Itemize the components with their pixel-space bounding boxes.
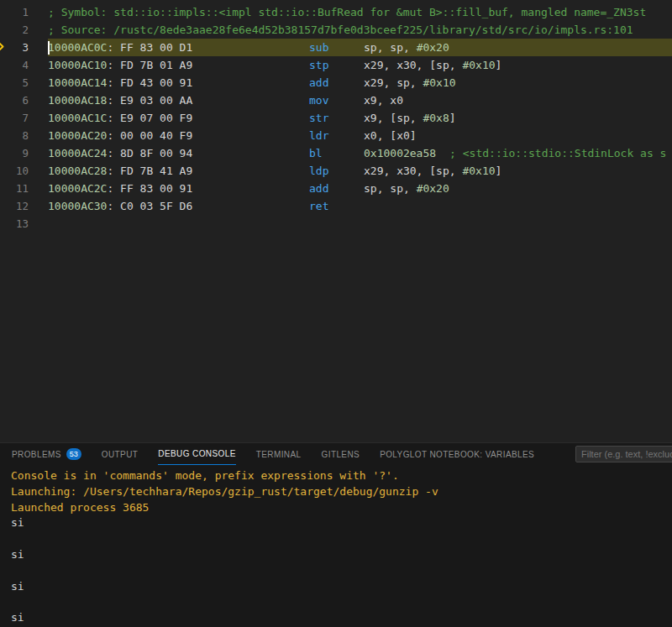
instruction-address: 10000AC2C [48,182,107,195]
address-separator: : [107,200,120,212]
instruction-address: 10000AC14 [48,76,107,89]
line-number[interactable]: 12 [0,197,29,215]
instruction-mnemonic: sub [309,39,328,56]
console-filter-input[interactable] [575,446,672,462]
address-separator: : [107,94,120,107]
address-separator: : [107,129,120,142]
instruction-mnemonic: add [309,74,328,91]
asm-line[interactable]: 9 10000AC24: 8D 8F 00 94bl0x10002ea58; <… [0,144,672,162]
instruction-operands: x29, x30, [sp, #0x10] [364,165,501,177]
immediate-value: #0x8 [423,112,449,124]
instruction-address: 10000AC20 [48,129,107,142]
editor-line[interactable]: 1 ; Symbol: std::io::impls::<impl std::i… [0,3,672,21]
line-content: ; Symbol: std::io::impls::<impl std::io:… [48,3,672,21]
instruction-bytes: E9 03 00 AA [120,94,192,107]
instruction-address: 10000AC18 [48,94,107,107]
instruction-operands: x9, [sp, #0x8] [364,112,456,124]
console-line-text: si [11,516,24,529]
instruction-bytes: 8D 8F 00 94 [120,147,192,159]
instruction-operands: x0, [x0] [364,129,417,142]
line-number[interactable]: 7 [0,109,29,127]
editor-line[interactable]: 2 ; Source: /rustc/8ede3aae28fe6e4d52b38… [0,21,672,39]
instruction-mnemonic: ldp [309,162,328,180]
line-number[interactable]: 1 [0,3,29,21]
instruction-address: 10000AC1C [48,112,107,124]
line-content: 10000AC2C: FF 83 00 91addsp, sp, #0x20 [48,180,672,197]
console-line [11,531,672,547]
line-content: ; Source: /rustc/8ede3aae28fe6e4d52b3815… [48,21,672,39]
line-content: 10000AC18: E9 03 00 AAmovx9, x0 [48,91,672,109]
asm-line[interactable]: 4 10000AC10: FD 7B 01 A9stpx29, x30, [sp… [0,56,672,74]
panel-tab-terminal[interactable]: TERMINAL [256,443,302,465]
console-line [11,594,672,610]
line-content: 10000AC30: C0 03 5F D6ret [48,197,672,215]
panel-tab-label: DEBUG CONSOLE [158,449,235,458]
asm-line[interactable]: 3 10000AC0C: FF 83 00 D1subsp, sp, #0x20 [0,39,672,56]
comment-text: ; Symbol: std::io::impls::<impl std::io:… [48,3,646,21]
panel-tab-gitlens[interactable]: GITLENS [322,443,360,465]
console-line-text: Console is in 'commands' mode, prefix ex… [11,469,399,482]
editor-line[interactable]: 13 [0,215,672,233]
line-number[interactable]: 6 [0,91,29,109]
debug-console-output[interactable]: Console is in 'commands' mode, prefix ex… [0,465,672,626]
asm-line[interactable]: 10 10000AC28: FD 7B 41 A9ldpx29, x30, [s… [0,162,672,180]
line-number[interactable]: 4 [0,56,29,74]
panel-tab-label: GITLENS [322,450,360,459]
line-number[interactable]: 3 [0,39,29,56]
asm-line[interactable]: 12 10000AC30: C0 03 5F D6ret [0,197,672,215]
line-content: 10000AC24: 8D 8F 00 94bl0x10002ea58; <st… [48,144,672,162]
panel-tab-label: PROBLEMS [12,450,61,459]
panel-tab-problems[interactable]: PROBLEMS 53 [12,443,81,465]
line-content: 10000AC0C: FF 83 00 D1subsp, sp, #0x20 [48,39,672,56]
line-content [48,215,672,233]
line-number[interactable]: 5 [0,74,29,91]
disassembly-editor: 1 ; Symbol: std::io::impls::<impl std::i… [0,0,672,442]
asm-line[interactable]: 5 10000AC14: FD 43 00 91addx29, sp, #0x1… [0,74,672,91]
asm-line[interactable]: 7 10000AC1C: E9 07 00 F9strx9, [sp, #0x8… [0,109,672,127]
asm-line[interactable]: 8 10000AC20: 00 00 40 F9ldrx0, [x0] [0,127,672,144]
address-separator: : [107,147,120,159]
console-line: si [11,515,672,531]
instruction-bytes: FF 83 00 D1 [120,41,192,54]
line-content: 10000AC10: FD 7B 01 A9stpx29, x30, [sp, … [48,56,672,74]
console-line: si [11,547,672,563]
instruction-operands: x9, x0 [364,94,403,107]
instruction-address: 10000AC28 [48,165,107,177]
panel-tab-debug-console[interactable]: DEBUG CONSOLE [158,443,235,465]
bottom-panel: PROBLEMS 53 OUTPUT DEBUG CONSOLE TERMINA… [0,442,672,627]
immediate-value: #0x10 [462,165,495,177]
line-number[interactable]: 13 [0,215,29,233]
line-number[interactable]: 8 [0,127,29,144]
line-number[interactable]: 10 [0,162,29,180]
line-content: 10000AC1C: E9 07 00 F9strx9, [sp, #0x8] [48,109,672,127]
line-number[interactable]: 11 [0,180,29,197]
panel-tab-output[interactable]: OUTPUT [102,443,139,465]
panel-tab-polyglot-notebook-variables[interactable]: POLYGLOT NOTEBOOK: VARIABLES [380,443,534,465]
instruction-operands: 0x10002ea58 [364,147,436,159]
instruction-bytes: FD 7B 01 A9 [120,59,192,71]
asm-line[interactable]: 11 10000AC2C: FF 83 00 91addsp, sp, #0x2… [0,180,672,197]
console-line-text: si [11,548,24,561]
line-content: 10000AC28: FD 7B 41 A9ldpx29, x30, [sp, … [48,162,672,180]
instruction-comment: ; <std::io::stdio::StdinLock as s [449,147,666,159]
instruction-bytes: C0 03 5F D6 [120,200,192,212]
address-separator: : [107,76,120,89]
instruction-operands: x29, x30, [sp, #0x10] [364,59,501,71]
line-content: 10000AC20: 00 00 40 F9ldrx0, [x0] [48,127,672,144]
console-line [11,563,672,579]
line-number[interactable]: 2 [0,21,29,39]
console-line-text: Launching: /Users/techhara/Repos/gzip_ru… [11,485,438,498]
asm-line[interactable]: 6 10000AC18: E9 03 00 AAmovx9, x0 [0,91,672,109]
problems-count-badge: 53 [66,448,81,460]
immediate-value: #0x10 [423,76,455,89]
immediate-value: #0x20 [417,182,449,195]
instruction-bytes: E9 07 00 F9 [120,112,192,124]
console-line: Console is in 'commands' mode, prefix ex… [11,468,672,484]
instruction-address: 10000AC24 [48,147,107,159]
instruction-bytes: 00 00 40 F9 [120,129,192,142]
instruction-mnemonic: ldr [309,127,328,144]
instruction-bytes: FD 43 00 91 [120,76,192,89]
console-line-text: si [11,580,24,593]
line-number[interactable]: 9 [0,144,29,162]
panel-tab-label: TERMINAL [256,450,302,459]
